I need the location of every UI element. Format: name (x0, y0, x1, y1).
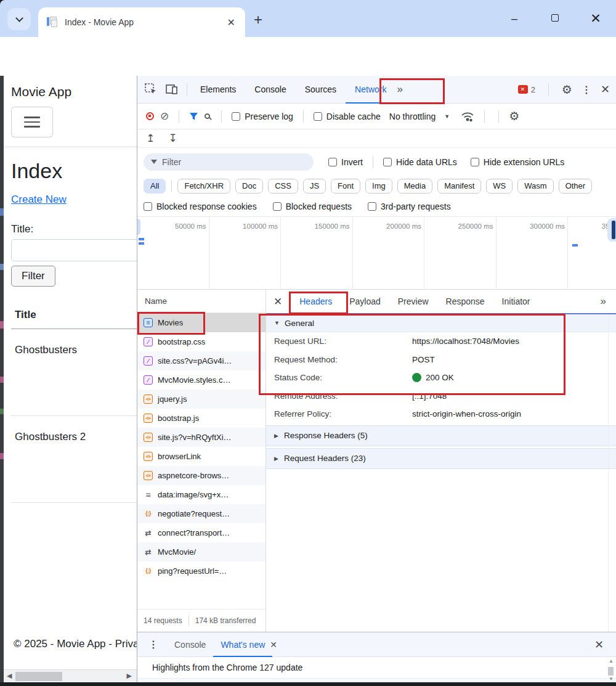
scroll-up-icon[interactable]: ▲ (609, 658, 614, 664)
request-row[interactable]: aspnetcore-brows… (137, 466, 265, 485)
window-close-button[interactable]: ✕ (575, 11, 616, 26)
tab-close-icon[interactable]: ✕ (226, 17, 237, 28)
request-type-icon (144, 433, 153, 442)
scroll-right-icon[interactable]: ▶ (127, 672, 132, 680)
record-icon[interactable] (146, 112, 154, 120)
network-settings-icon[interactable]: ⚙ (509, 109, 519, 123)
scroll-left-icon[interactable]: ◀ (7, 672, 12, 680)
filter-chip[interactable]: Wasm (517, 179, 553, 194)
scroll-down-icon[interactable]: ▼ (609, 676, 614, 682)
create-new-link[interactable]: Create New (11, 194, 67, 206)
browser-tab[interactable]: Index - Movie App ✕ (38, 7, 245, 37)
filter-chip[interactable]: WS (486, 179, 513, 194)
details-tab[interactable]: Initiator (493, 296, 539, 306)
export-har-icon[interactable]: ↧ (168, 132, 177, 145)
filter-chip[interactable]: Img (365, 179, 392, 194)
request-row[interactable]: MvcMovie/ (137, 542, 265, 561)
devtools-tab[interactable]: Elements (191, 76, 245, 104)
scrollbar-thumb[interactable] (15, 672, 62, 681)
settings-gear-icon[interactable]: ⚙ (562, 83, 572, 97)
preserve-log-checkbox[interactable]: Preserve log (232, 112, 293, 121)
name-column-header[interactable]: Name (137, 290, 265, 313)
filter-chip[interactable]: Media (397, 179, 432, 194)
request-row[interactable]: bootstrap.js (137, 409, 265, 428)
invert-checkbox[interactable]: Invert (328, 157, 363, 167)
details-tab[interactable]: Response (437, 296, 493, 306)
filter-chip[interactable]: Font (331, 179, 360, 194)
filter-button[interactable]: Filter (11, 266, 55, 287)
devtools-tab[interactable]: Console (245, 76, 295, 104)
details-tab[interactable]: Headers (291, 296, 341, 306)
request-row[interactable]: Movies (137, 313, 265, 332)
request-row[interactable]: negotiate?request… (137, 504, 265, 523)
throttling-dropdown[interactable]: No throttling▼ (389, 112, 450, 121)
drawer-tab-console[interactable]: Console (167, 632, 213, 657)
whats-new-headline[interactable]: Highlights from the Chrome 127 update (152, 663, 302, 672)
network-overview-timeline[interactable]: 50000 ms100000 ms150000 ms200000 ms25000… (137, 217, 616, 290)
drawer-menu-icon[interactable]: ⋮ (148, 639, 158, 650)
request-row[interactable]: connect?transport… (137, 523, 265, 542)
title-input[interactable] (11, 239, 137, 261)
disable-cache-checkbox[interactable]: Disable cache (314, 112, 381, 121)
tab-search-button[interactable] (7, 8, 31, 30)
hide-extension-urls-checkbox[interactable]: Hide extension URLs (471, 157, 565, 167)
filter-chip[interactable]: Doc (235, 179, 263, 194)
filter-chip[interactable]: Other (559, 179, 593, 194)
error-badge[interactable]: ✕2 (518, 85, 535, 94)
filter-chip[interactable]: JS (303, 179, 326, 194)
response-headers-section[interactable]: ▶ Response Headers (5) (266, 425, 616, 446)
third-party-checkbox[interactable]: 3rd-party requests (368, 202, 451, 211)
new-tab-button[interactable]: + (254, 11, 262, 28)
drawer-tab-whats-new[interactable]: What's new (213, 632, 272, 657)
scrollbar-thumb[interactable] (608, 667, 614, 676)
brand-link[interactable]: Movie App (11, 84, 137, 99)
navbar-toggler[interactable] (11, 107, 53, 137)
request-row[interactable]: jquery.js (137, 390, 265, 409)
header-value: strict-origin-when-cross-origin (412, 409, 521, 419)
request-row[interactable]: ping?requestUrl=… (137, 561, 265, 581)
filter-chip[interactable]: Fetch/XHR (177, 179, 230, 194)
details-tab[interactable]: Payload (341, 296, 389, 306)
request-row[interactable]: MvcMovie.styles.c… (137, 370, 265, 390)
devtools-close-icon[interactable]: ✕ (601, 83, 610, 96)
request-headers-section[interactable]: ▶ Request Headers (23) (266, 448, 616, 469)
import-har-icon[interactable]: ↥ (146, 132, 155, 145)
filter-chip-all[interactable]: All (144, 179, 166, 194)
maximize-button[interactable] (535, 13, 575, 24)
request-row[interactable]: site.css?v=pAGv4i… (137, 351, 265, 370)
overview-handle-left[interactable] (137, 219, 140, 235)
drawer-scrollbar[interactable]: ▲ ▼ (607, 658, 615, 682)
blocked-requests-checkbox[interactable]: Blocked requests (273, 202, 352, 211)
clear-icon[interactable]: ⊘ (160, 110, 169, 123)
minimize-button[interactable]: – (494, 12, 535, 25)
blocked-cookies-checkbox[interactable]: Blocked response cookies (144, 202, 257, 211)
request-row[interactable]: data:image/svg+x… (137, 485, 265, 504)
device-toolbar-icon[interactable] (166, 84, 178, 95)
search-icon[interactable] (205, 113, 210, 119)
filter-chip[interactable]: Manifest (437, 179, 481, 194)
network-filter-input[interactable]: Filter (144, 153, 314, 171)
close-details-icon[interactable]: ✕ (274, 295, 282, 308)
request-row[interactable]: site.js?v=hRQyftXi… (137, 428, 265, 447)
separator (188, 615, 189, 626)
overview-handle-right[interactable] (607, 218, 616, 242)
hide-data-urls-checkbox[interactable]: Hide data URLs (383, 157, 457, 167)
inspect-icon[interactable] (145, 83, 157, 96)
more-tabs-icon[interactable]: » (397, 83, 402, 96)
drawer-tab-close-icon[interactable]: ✕ (270, 640, 277, 650)
header-value: 200 OK (412, 373, 454, 382)
more-details-tabs-icon[interactable]: » (601, 295, 606, 308)
filter-chip[interactable]: CSS (268, 179, 298, 194)
drawer-close-icon[interactable]: ✕ (594, 638, 604, 651)
details-tab[interactable]: Preview (389, 296, 437, 306)
general-section-header[interactable]: ▼ General (266, 314, 616, 332)
request-row[interactable]: browserLink (137, 447, 265, 466)
devtools-menu-icon[interactable]: ⋮ (582, 84, 591, 96)
network-conditions-icon[interactable] (461, 111, 474, 122)
request-row[interactable]: bootstrap.css (137, 332, 265, 351)
devtools-tab[interactable]: Sources (296, 76, 346, 104)
header-key: Referrer Policy: (266, 409, 412, 419)
horizontal-scrollbar[interactable]: ◀ ▶ (4, 669, 137, 683)
devtools-tab[interactable]: Network (346, 76, 395, 104)
filter-funnel-icon[interactable] (189, 112, 198, 121)
